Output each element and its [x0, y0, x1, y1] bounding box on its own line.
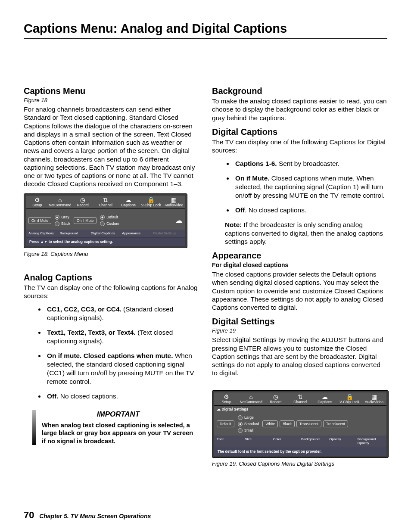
tab-netcommand[interactable]: ⌂NetCommand: [49, 196, 72, 208]
tab-channel[interactable]: ⇅Channel: [94, 196, 117, 208]
clock-icon: ◷: [263, 394, 288, 400]
bg-opacity-value[interactable]: Translucent: [323, 420, 348, 427]
menu-tabs: ⚙Setup ⌂NetCommand ◷Record ⇅Channel ☁Cap…: [26, 196, 185, 209]
setup-icon: ⚙: [214, 394, 239, 400]
bg-black-option[interactable]: Black: [55, 221, 70, 226]
size-large-option[interactable]: Large: [238, 415, 259, 420]
lock-icon: 🔒: [337, 394, 362, 400]
channel-icon: ⇅: [94, 197, 117, 203]
digital-captions-value[interactable]: On if Mute: [74, 217, 97, 224]
tab-captions[interactable]: ☁Captions: [117, 196, 140, 208]
menu-tabs: ⚙Setup ⌂NetCommand ◷Record ⇅Channel ☁Cap…: [214, 392, 386, 406]
digital-settings-body: Select Digital Settings by moving the AD…: [212, 336, 387, 377]
analog-captions-value[interactable]: On if Mute: [28, 217, 51, 224]
tab-audiovideo[interactable]: ▦AudioVideo: [362, 392, 386, 405]
breadcrumb-digital-settings: ☁ Digital Settings: [214, 406, 386, 413]
appearance-body: The closed captions provider selects the…: [212, 270, 387, 311]
av-icon: ▦: [362, 394, 386, 400]
list-item: Off. No closed captions.: [45, 392, 199, 401]
captions-menu-body: For analog channels broadcasters can sen…: [24, 105, 199, 188]
right-column: Background To make the analog closed cap…: [212, 86, 387, 467]
size-standard-option[interactable]: Standard: [238, 422, 259, 426]
important-title: IMPORTANT: [42, 410, 195, 419]
figure-19-caption: Figure 19. Closed Captions Menu Digital …: [212, 460, 387, 467]
heading-captions-menu: Captions Menu: [24, 86, 199, 96]
list-item: Text1, Text2, Text3, or Text4. (Text clo…: [45, 328, 199, 345]
page-number: 70: [24, 510, 34, 520]
label-opacity: Opacity: [329, 437, 355, 445]
important-box: IMPORTANT When analog text closed captio…: [32, 410, 195, 445]
heading-appearance: Appearance: [212, 251, 387, 261]
left-column: Captions Menu Figure 18 For analog chann…: [24, 86, 199, 467]
captions-icon: ☁: [313, 394, 337, 400]
heading-digital-settings: Digital Settings: [212, 317, 387, 327]
figure-19-menu: ⚙Setup ⌂NetCommand ◷Record ⇅Channel ☁Cap…: [212, 390, 389, 458]
fig19-hint: The default font is the font selected by…: [214, 447, 386, 456]
opacity-value[interactable]: Translucent: [296, 420, 321, 427]
appearance-default-option[interactable]: Default: [100, 215, 119, 220]
figure-19-ref: Figure 19: [212, 327, 387, 334]
label-digital-captions: Digital Captions: [91, 231, 120, 235]
label-background: Background: [301, 437, 327, 445]
digital-list: Captions 1-6. Sent by broadcaster. On if…: [212, 159, 387, 215]
footer: 70 Chapter 5. TV Menu Screen Operations: [24, 510, 151, 521]
netcommand-icon: ⌂: [239, 394, 263, 400]
tab-netcommand[interactable]: ⌂NetCommand: [239, 392, 263, 405]
tab-setup[interactable]: ⚙Setup: [26, 196, 49, 208]
background-value[interactable]: Black: [280, 420, 295, 427]
digital-note: Note: If the broadcaster is only sending…: [225, 221, 387, 246]
list-item: Off. No closed captions.: [234, 206, 387, 215]
tab-vchip[interactable]: 🔒V-Chip Lock: [337, 392, 362, 405]
label-background: Background: [59, 231, 89, 235]
setup-icon: ⚙: [26, 197, 49, 203]
label-appearance: Appearance: [122, 231, 151, 235]
netcommand-icon: ⌂: [49, 197, 72, 203]
fig18-hint: Press ▲▼ to select the analog captions s…: [26, 237, 185, 246]
figure-18-ref: Figure 18: [24, 97, 199, 103]
appearance-custom-option[interactable]: Custom: [100, 221, 119, 226]
tab-audiovideo[interactable]: ▦AudioVideo: [162, 196, 185, 208]
list-item: On if Mute. Closed captions when mute. W…: [234, 174, 387, 200]
clock-icon: ◷: [72, 197, 94, 203]
av-icon: ▦: [162, 197, 185, 203]
list-item: On if mute. Closed captions when mute. W…: [45, 352, 199, 386]
lock-icon: 🔒: [140, 197, 162, 203]
background-body: To make the analog closed captions easie…: [212, 97, 387, 122]
chapter-label: Chapter 5. TV Menu Screen Operations: [39, 513, 151, 520]
figure-18-menu: ⚙Setup ⌂NetCommand ◷Record ⇅Channel ☁Cap…: [24, 193, 187, 248]
bg-gray-option[interactable]: Gray: [55, 215, 70, 220]
page-title: Captions Menu: Analog and Digital Captio…: [24, 22, 387, 36]
tab-record[interactable]: ◷Record: [263, 392, 288, 405]
tab-record[interactable]: ◷Record: [72, 196, 94, 208]
page: Captions Menu: Analog and Digital Captio…: [0, 0, 411, 532]
digital-intro: The TV can display one of the following …: [212, 138, 387, 155]
label-digital-settings: Digital Settings: [153, 231, 183, 235]
channel-icon: ⇅: [288, 394, 312, 400]
size-small-option[interactable]: Small: [238, 428, 259, 433]
important-body: When analog text closed captioning is se…: [42, 421, 195, 445]
label-color: Color: [273, 437, 299, 445]
heading-analog-captions: Analog Captions: [24, 273, 199, 283]
analog-list: CC1, CC2, CC3, or CC4. (Standard closed …: [24, 305, 199, 401]
label-size: Size: [245, 437, 271, 445]
analog-intro: The TV can display one of the following …: [24, 283, 199, 300]
captions-icon: ☁: [117, 197, 140, 203]
heading-digital-captions: Digital Captions: [212, 127, 387, 137]
label-font: Font: [217, 437, 243, 445]
tab-channel[interactable]: ⇅Channel: [288, 392, 312, 405]
tab-setup[interactable]: ⚙Setup: [214, 392, 239, 405]
title-rule: [24, 38, 387, 39]
font-value[interactable]: Default: [217, 420, 234, 427]
label-analog-captions: Analog Captions: [28, 231, 58, 235]
appearance-subtitle: For digital closed captions: [212, 261, 387, 268]
tab-captions[interactable]: ☁Captions: [313, 392, 337, 405]
figure-18-caption: Figure 18. Captions Menu: [24, 251, 199, 257]
label-bg-opacity: Background Opacity: [358, 437, 384, 445]
tab-vchip[interactable]: 🔒V-Chip Lock: [140, 196, 162, 208]
digital-settings-icon[interactable]: ☁: [175, 216, 183, 225]
list-item: CC1, CC2, CC3, or CC4. (Standard closed …: [45, 305, 199, 322]
heading-background: Background: [212, 86, 387, 96]
list-item: Captions 1-6. Sent by broadcaster.: [234, 159, 387, 168]
color-value[interactable]: White: [262, 420, 278, 427]
